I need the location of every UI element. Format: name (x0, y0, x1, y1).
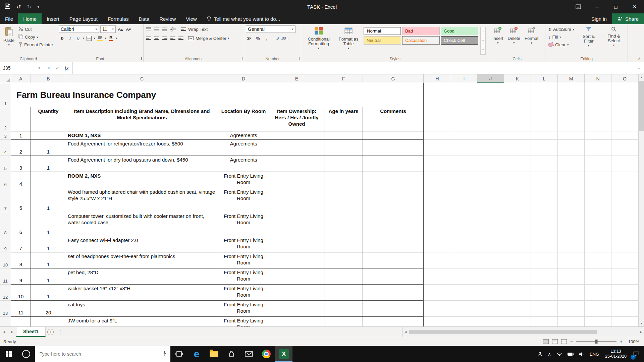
tab-home[interactable]: Home (18, 13, 42, 24)
cell-J7[interactable] (477, 188, 504, 212)
align-bottom-icon[interactable] (161, 25, 168, 33)
cell-H10[interactable] (424, 252, 451, 268)
row-header-11[interactable]: 11 (0, 268, 11, 285)
cell-E10[interactable] (269, 252, 324, 268)
clipboard-dialog-launcher[interactable] (52, 57, 55, 60)
redo-icon[interactable]: ↻ (27, 4, 31, 10)
vertical-scroll-thumb[interactable] (639, 81, 644, 131)
cell-D11[interactable]: Front Entry Living Room (218, 268, 269, 285)
cell-M9[interactable] (558, 236, 585, 252)
cell-L4[interactable] (531, 140, 558, 156)
select-all-corner[interactable] (0, 74, 11, 83)
cell-L9[interactable] (531, 236, 558, 252)
taskbar-search[interactable] (35, 346, 170, 362)
zoom-slider-handle[interactable] (595, 340, 597, 344)
tab-view[interactable]: View (181, 13, 202, 24)
cell-O5[interactable] (611, 156, 638, 172)
cell-J6[interactable] (477, 172, 504, 188)
cell-K11[interactable] (504, 268, 531, 285)
cell-I4[interactable] (451, 140, 477, 156)
insert-function-icon[interactable]: fx (65, 65, 69, 71)
cell-C4[interactable]: Food Agreement for refrigerator/freezer … (66, 140, 218, 156)
row-header-8[interactable]: 8 (0, 212, 11, 236)
cell-G14[interactable] (363, 317, 424, 326)
cell-H14[interactable] (424, 317, 451, 326)
cell-J1[interactable] (477, 83, 504, 107)
formula-input[interactable] (73, 62, 634, 74)
cell-B4[interactable]: 1 (31, 140, 66, 156)
search-input[interactable] (39, 351, 159, 357)
cell-M8[interactable] (558, 212, 585, 236)
column-header-J[interactable]: J (477, 74, 504, 83)
cell-A8[interactable]: 6 (11, 212, 31, 236)
file-explorer-taskbar-icon[interactable] (205, 346, 223, 362)
cell-M6[interactable] (558, 172, 585, 188)
mail-taskbar-icon[interactable] (240, 346, 258, 362)
align-left-icon[interactable] (145, 35, 152, 42)
zoom-slider[interactable] (576, 341, 616, 342)
row-header-3[interactable]: 3 (0, 131, 11, 140)
column-header-B[interactable]: B (31, 74, 66, 83)
page-break-view-icon[interactable] (561, 339, 567, 344)
close-button[interactable]: × (625, 0, 644, 13)
cell-M13[interactable] (558, 301, 585, 317)
cell-I6[interactable] (451, 172, 477, 188)
name-box[interactable]: J35 ▾ (0, 62, 43, 74)
cell-O1[interactable] (611, 83, 638, 107)
cell-B9[interactable]: 1 (31, 236, 66, 252)
add-sheet-button[interactable]: + (46, 327, 56, 337)
cell-D9[interactable]: Front Entry Living Room (218, 236, 269, 252)
tab-formulas[interactable]: Formulas (103, 13, 134, 24)
tab-insert[interactable]: Insert (42, 13, 64, 24)
cell-D4[interactable]: Agreements (218, 140, 269, 156)
cell-H9[interactable] (424, 236, 451, 252)
cell-D7[interactable]: Front Entry Living Room (218, 188, 269, 212)
cell-K12[interactable] (504, 285, 531, 301)
cell-O4[interactable] (611, 140, 638, 156)
increase-indent-icon[interactable] (177, 35, 184, 42)
people-icon[interactable] (535, 346, 545, 362)
cell-O10[interactable] (611, 252, 638, 268)
column-header-L[interactable]: L (531, 74, 558, 83)
sheet-tab-sheet1[interactable]: Sheet1 (16, 327, 46, 337)
cell-I7[interactable] (451, 188, 477, 212)
cell-C7[interactable]: Wood framed upholstered chair with padde… (66, 188, 218, 212)
cell-F13[interactable] (324, 301, 363, 317)
cell-H3[interactable] (424, 131, 451, 140)
cell-D14[interactable]: Front Entry Living Room (218, 317, 269, 326)
cell-N6[interactable] (585, 172, 611, 188)
cell-H11[interactable] (424, 268, 451, 285)
delete-cells-button[interactable]: Delete ▾ (506, 25, 522, 45)
cell-F12[interactable] (324, 285, 363, 301)
customize-qat-icon[interactable]: ▾ (38, 5, 39, 9)
cell-I11[interactable] (451, 268, 477, 285)
action-center-button[interactable]: 2 (630, 346, 644, 362)
cell-E2[interactable]: Item Ownership: Hers / His / Jointly Own… (269, 107, 324, 131)
row-header-1[interactable]: 1 (0, 83, 11, 107)
cell-J4[interactable] (477, 140, 504, 156)
cell-D12[interactable]: Front Entry Living Room (218, 285, 269, 301)
cell-B13[interactable]: 20 (31, 301, 66, 317)
cell-C5[interactable]: Food Agreement for dry food upstairs and… (66, 156, 218, 172)
cell-C3[interactable]: ROOM 1, NXS (66, 131, 218, 140)
cell-B14[interactable] (31, 317, 66, 326)
row-header-6[interactable]: 6 (0, 172, 11, 188)
cell-J13[interactable] (477, 301, 504, 317)
cell-N14[interactable] (585, 317, 611, 326)
cell-E5[interactable] (269, 156, 324, 172)
cell-E12[interactable] (269, 285, 324, 301)
cell-J5[interactable] (477, 156, 504, 172)
cell-B5[interactable]: 1 (31, 156, 66, 172)
cell-B11[interactable]: 1 (31, 268, 66, 285)
cortana-button[interactable] (17, 346, 35, 362)
cell-N1[interactable] (585, 83, 611, 107)
cell-E8[interactable] (269, 212, 324, 236)
column-header-D[interactable]: D (218, 74, 269, 83)
cell-G8[interactable] (363, 212, 424, 236)
orientation-icon[interactable]: ab▾ (169, 25, 176, 33)
cell-L1[interactable] (531, 83, 558, 107)
cell-K2[interactable] (504, 107, 531, 131)
font-size-select[interactable]: 11▾ (100, 25, 116, 33)
cell-I5[interactable] (451, 156, 477, 172)
cell-H7[interactable] (424, 188, 451, 212)
